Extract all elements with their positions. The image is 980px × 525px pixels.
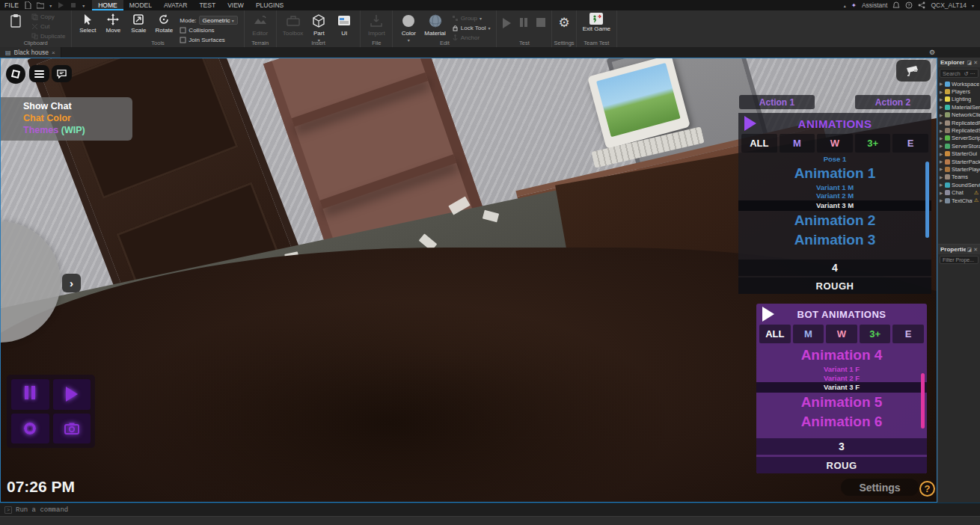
- animation-list-item[interactable]: Animation 5: [756, 393, 927, 412]
- explorer-item-startergui[interactable]: ▶StarterGui: [938, 150, 980, 158]
- search-history-icon[interactable]: ↺: [964, 70, 968, 77]
- account-dropdown-icon[interactable]: ▾: [972, 3, 974, 8]
- screenshot-button[interactable]: [53, 414, 91, 444]
- animation-list-item[interactable]: Animation 6: [756, 412, 927, 432]
- explorer-item-players[interactable]: ▶Players: [938, 88, 980, 95]
- lock-tool-dropdown-icon[interactable]: ▾: [488, 25, 490, 31]
- camera-icon[interactable]: [0, 268, 2, 287]
- filter-tab-w[interactable]: W: [826, 325, 857, 343]
- record-button[interactable]: [11, 414, 49, 444]
- game-settings-gear-icon[interactable]: ⚙: [558, 16, 569, 29]
- undo-dropdown-icon[interactable]: ▾: [49, 3, 52, 8]
- explorer-item-starterplayer[interactable]: ▶StarterPlayer: [938, 165, 980, 173]
- menu-hamburger-button[interactable]: [29, 65, 49, 82]
- radial-expand-button[interactable]: ›: [62, 274, 81, 292]
- expand-arrow-icon[interactable]: ▶: [940, 191, 943, 195]
- help-button[interactable]: ?: [919, 481, 935, 497]
- filter-tab-all[interactable]: ALL: [759, 325, 791, 343]
- expand-arrow-icon[interactable]: ▶: [940, 113, 943, 117]
- animation-list-item[interactable]: Variant 3 F: [756, 382, 927, 393]
- expand-arrow-icon[interactable]: ▶: [940, 144, 943, 148]
- mode-dropdown[interactable]: Geometric ▾: [199, 16, 238, 25]
- explorer-item-replicatedfirst[interactable]: ▶ReplicatedFirst: [938, 119, 980, 126]
- expand-arrow-icon[interactable]: ▶: [940, 198, 943, 203]
- settings-button[interactable]: Settings: [841, 479, 919, 496]
- exit-game-button[interactable]: Exit Game: [583, 13, 610, 32]
- expand-arrow-icon[interactable]: ▶: [940, 152, 943, 156]
- menu-tab-model[interactable]: MODEL: [123, 0, 158, 10]
- help-circle-icon[interactable]: ?: [905, 1, 913, 9]
- command-input-placeholder[interactable]: Run a command: [16, 506, 68, 514]
- expand-arrow-icon[interactable]: ▶: [940, 136, 943, 141]
- share-icon[interactable]: [918, 1, 925, 9]
- expand-arrow-icon[interactable]: ▶: [940, 167, 943, 171]
- menu-tab-home[interactable]: HOME: [92, 0, 123, 10]
- move-tool-button[interactable]: Move: [103, 13, 123, 34]
- close-panel-icon[interactable]: ✕: [973, 60, 978, 66]
- scrollbar[interactable]: [925, 162, 929, 238]
- scrollbar[interactable]: [921, 373, 925, 429]
- show-chat-option[interactable]: Show Chat: [23, 101, 132, 112]
- filter-tab-m[interactable]: M: [780, 134, 815, 153]
- animation-list-item[interactable]: Variant 1 M: [738, 183, 931, 192]
- roblox-menu-button[interactable]: [6, 64, 25, 84]
- expand-arrow-icon[interactable]: ▶: [940, 182, 943, 187]
- explorer-item-textchatservice[interactable]: ▶TextChatService⚠: [938, 197, 980, 204]
- menu-tab-test[interactable]: TEST: [193, 0, 221, 10]
- animation-list-item[interactable]: Animation 4: [756, 346, 927, 365]
- search-options-icon[interactable]: ⋯: [970, 70, 976, 77]
- notifications-bell-icon[interactable]: [892, 1, 900, 9]
- action-button-right[interactable]: Action 2: [855, 95, 931, 109]
- rotate-tool-button[interactable]: Rotate: [154, 13, 174, 34]
- close-panel-icon[interactable]: ✕: [973, 247, 978, 253]
- document-tab-black-house[interactable]: ▤ Black house ×: [0, 47, 61, 58]
- chat-toggle-button[interactable]: [52, 65, 72, 82]
- expand-arrow-icon[interactable]: ▶: [940, 90, 943, 94]
- menu-tab-avatar[interactable]: AVATAR: [158, 0, 194, 10]
- filter-tab-3plus[interactable]: 3+: [855, 134, 891, 153]
- expand-arrow-icon[interactable]: ▶: [940, 97, 943, 102]
- filter-tab-all[interactable]: ALL: [741, 134, 777, 153]
- collisions-toggle[interactable]: Collisions: [180, 26, 237, 34]
- filter-tab-e[interactable]: E: [892, 134, 928, 153]
- explorer-item-materialservice[interactable]: ▶MaterialService: [938, 103, 980, 111]
- quick-access-dropdown-icon[interactable]: ▾: [82, 3, 85, 8]
- game-viewport[interactable]: Show Chat Chat Color Themes (WIP) › 07:2…: [0, 58, 937, 503]
- animation-list-item[interactable]: Animation 2: [738, 211, 931, 230]
- animation-list-item[interactable]: Variant 3 M: [738, 200, 931, 211]
- explorer-item-starterpack[interactable]: ▶StarterPack: [938, 158, 980, 165]
- explorer-search-input[interactable]: Search ↺ ⋯: [940, 69, 979, 78]
- animation-list-item[interactable]: Variant 1 F: [756, 365, 927, 374]
- chat-color-option[interactable]: Chat Color: [23, 113, 132, 124]
- filter-tab-m[interactable]: M: [793, 325, 824, 343]
- close-tab-icon[interactable]: ×: [52, 49, 55, 56]
- animation-list-item[interactable]: Variant 2 F: [756, 374, 927, 383]
- explorer-item-teams[interactable]: ▶Teams: [938, 174, 980, 181]
- music-button[interactable]: [11, 379, 49, 410]
- expand-arrow-icon[interactable]: ▶: [940, 82, 943, 86]
- explorer-item-workspace[interactable]: ▶Workspace: [938, 80, 980, 88]
- ui-button[interactable]: UI: [334, 13, 354, 37]
- explorer-item-serverstorage[interactable]: ▶ServerStorage: [938, 142, 980, 150]
- explorer-item-networkclient[interactable]: ▶NetworkClient: [938, 111, 980, 119]
- collapse-ribbon-icon[interactable]: ▴: [844, 3, 846, 8]
- part-button[interactable]: Part ▾: [309, 13, 328, 43]
- filter-tab-3plus[interactable]: 3+: [860, 325, 891, 343]
- animation-list-item[interactable]: Animation 3: [738, 230, 931, 250]
- animation-list-item[interactable]: Animation 1: [738, 164, 931, 183]
- select-tool-button[interactable]: Select: [78, 13, 97, 34]
- play-button[interactable]: [53, 379, 91, 410]
- pin-panel-icon[interactable]: ◪: [967, 247, 973, 253]
- expand-arrow-icon[interactable]: ▶: [940, 159, 943, 164]
- themes-option[interactable]: Themes (WIP): [23, 125, 132, 136]
- explorer-item-replicatedstorage[interactable]: ▶ReplicatedStorage: [938, 126, 980, 134]
- open-file-icon[interactable]: [37, 1, 44, 9]
- file-menu[interactable]: FILE: [4, 1, 19, 9]
- explorer-item-soundservice[interactable]: ▶SoundService: [938, 181, 980, 188]
- assistant-button[interactable]: Assistant: [862, 1, 888, 9]
- expand-arrow-icon[interactable]: ▶: [940, 105, 943, 109]
- pin-panel-icon[interactable]: ◪: [967, 60, 973, 66]
- material-button[interactable]: Material: [424, 13, 445, 37]
- explorer-item-serverscriptservice[interactable]: ▶ServerScriptService: [938, 135, 980, 142]
- spectate-camera-button[interactable]: [896, 60, 931, 82]
